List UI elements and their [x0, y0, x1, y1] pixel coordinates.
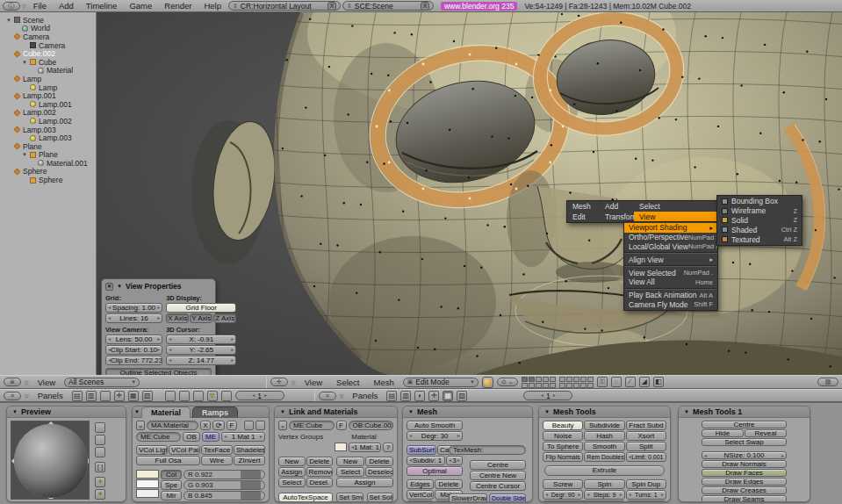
diffuse-color-swatch[interactable] [136, 470, 159, 479]
layer-toggle[interactable] [559, 383, 565, 388]
y-axis-toggle[interactable]: Y Axis [190, 313, 212, 323]
vcol-light-toggle[interactable]: VCol Light [136, 445, 168, 455]
material-color-swatch[interactable] [335, 443, 347, 451]
outliner-row[interactable]: Sphere [3, 168, 96, 176]
select-swap-button[interactable]: Select Swap [702, 438, 787, 446]
outliner-row[interactable]: Lamp.002 [3, 109, 96, 118]
select-menu[interactable]: Select [331, 378, 364, 387]
preview-clip-button[interactable]: [ ] [95, 462, 105, 472]
layer-toggle[interactable] [550, 377, 556, 382]
mir-toggle[interactable]: Mir [161, 491, 182, 500]
outliner-row[interactable]: Lamp [3, 83, 96, 92]
shading-context-button[interactable]: ◐ [414, 391, 425, 401]
edges-delete-button[interactable]: Delete [435, 479, 463, 489]
x-axis-toggle[interactable]: X Axis [166, 313, 189, 323]
layer-toggle[interactable] [543, 377, 549, 382]
draw-edges-toggle[interactable]: Draw Edges [702, 478, 787, 486]
menu-help[interactable]: Help [198, 1, 227, 11]
rem-doubles-button[interactable]: Rem Doubles [584, 452, 624, 462]
col-toggle[interactable]: Col [161, 470, 182, 479]
frame-number-field-left[interactable]: 1 [235, 391, 284, 400]
submenu-item-bounding-box[interactable]: Bounding Box [717, 197, 802, 206]
me-toggle[interactable]: ME [202, 432, 219, 442]
scene-close-button[interactable]: X [421, 2, 429, 11]
outliner-row[interactable]: Lamp.003 [3, 133, 96, 142]
layer-toggle[interactable] [536, 383, 542, 388]
clip-start-field[interactable]: Clip Start: 0.10 [105, 345, 162, 355]
collapse-triangle-icon[interactable]: ▼ [544, 409, 550, 414]
degr-field[interactable]: Degr: 30 [407, 431, 463, 441]
set-solid-button[interactable]: Set Solid [367, 493, 394, 502]
outliner-view-menu[interactable]: View [32, 378, 61, 387]
layer-toggle[interactable] [529, 383, 535, 388]
collapse-arrow-icon[interactable]: ▽ [25, 379, 29, 385]
layer-toggle[interactable] [529, 377, 535, 382]
collapse-arrow-icon[interactable]: ▽ [291, 379, 296, 385]
material-deselect-button[interactable]: Deselect [365, 467, 393, 477]
xsort-button[interactable]: Xsort [626, 431, 666, 441]
menu-item-view-all[interactable]: View AllHome [624, 277, 717, 287]
spin-button[interactable]: Spin [584, 479, 624, 489]
ctx-edit-menu[interactable]: Edit [567, 212, 600, 222]
green-slider[interactable]: G 0.903 [184, 480, 265, 490]
outliner-row[interactable]: Camera [3, 32, 96, 41]
submenu-item-shaded[interactable]: ShadedCtrl Z [717, 225, 802, 234]
set-smooth-button[interactable]: Set Smooth [336, 493, 363, 502]
preview-lamp1-button[interactable]: ☀ [95, 477, 105, 487]
layer-toggle[interactable] [587, 383, 594, 388]
draw-normals-toggle[interactable]: Draw Normals [702, 460, 787, 468]
texture-buttons-icon[interactable] [193, 391, 204, 401]
submenu-item-wireframe[interactable]: WireframeZ [717, 206, 802, 216]
material-name-field[interactable]: MA:Material [147, 421, 198, 430]
layer-toggle[interactable] [522, 383, 528, 388]
collapse-arrow-icon[interactable]: ▽ [22, 3, 26, 9]
grid-lines-field[interactable]: Lines: 16 [105, 313, 162, 323]
lock-view-button[interactable]: ⚿ [597, 377, 608, 387]
panels-menu-left[interactable]: Panels [32, 391, 68, 400]
outliner-row[interactable]: ▼Cube [3, 58, 96, 67]
collapse-triangle-icon[interactable]: ▼ [117, 284, 122, 289]
material-assign-button[interactable]: Assign [336, 478, 393, 487]
centre-button[interactable]: Centre [702, 421, 787, 428]
outliner-row[interactable]: ▼Plane [3, 151, 96, 160]
slower-draw-button[interactable]: SlowerDraw [449, 493, 487, 502]
material-browse-button[interactable]: ⌄ [136, 421, 145, 430]
object-context-button[interactable]: ✛ [428, 391, 439, 401]
material-delete-button[interactable]: X [200, 421, 211, 430]
clockwise-toggle[interactable]: Clockwise [626, 500, 666, 502]
vgroup-new-button[interactable]: New [278, 457, 306, 466]
fract-subd-button[interactable]: Fract Subd [626, 421, 666, 430]
draw-seams-toggle[interactable]: Draw Seams [702, 495, 787, 502]
menu-item-align-view[interactable]: Align View▸ [624, 255, 717, 264]
blue-slider[interactable]: B 0.845 [184, 491, 265, 500]
material-fake-user-button[interactable]: F [227, 421, 237, 430]
face-select-button[interactable]: ◢ [639, 377, 650, 387]
menu-item-view-selected[interactable]: View SelectedNumPad . [624, 268, 717, 277]
outliner-window-type-button[interactable]: ≣ [4, 378, 21, 386]
submenu-item-textured[interactable]: TexturedAlt Z [717, 234, 802, 244]
blender-org-link[interactable]: www.blender.org 235 [441, 2, 517, 11]
keep-original-toggle[interactable]: Keep Original [543, 500, 625, 502]
script-context-button[interactable]: ▥ [86, 391, 97, 401]
logic-context-button[interactable]: ▤ [72, 391, 83, 401]
script-context-button[interactable]: ▥ [400, 391, 411, 401]
outliner-row[interactable]: Lamp.003 [3, 126, 96, 134]
outliner-row[interactable]: Lamp.001 [3, 91, 96, 100]
ctx-mesh-menu[interactable]: Mesh [567, 201, 600, 212]
layer-toggle[interactable] [536, 377, 542, 382]
turns-field[interactable]: Turns: 1 [626, 490, 666, 500]
full-osa-toggle[interactable]: Full Osa [136, 456, 200, 465]
vgroup-assign-button[interactable]: Assign [278, 467, 306, 477]
snap-button[interactable]: ∕ [625, 377, 636, 387]
scene-context-button[interactable]: ▧ [142, 391, 153, 401]
layer-toggle[interactable] [580, 377, 587, 382]
render-preview-button[interactable]: ▨ [817, 378, 838, 386]
menu-file[interactable]: File [28, 1, 52, 11]
material-index-field[interactable]: 1 Mat: 1 [349, 443, 381, 452]
subsurf-toggle[interactable]: SubSurf [407, 445, 436, 455]
specular-color-swatch[interactable] [136, 479, 159, 488]
expand-arrow-icon[interactable]: ▼ [22, 60, 27, 65]
layer-toggle[interactable] [566, 377, 572, 382]
outliner-row-selected[interactable]: Cube.002 [3, 49, 96, 58]
limit-field[interactable]: Limit: 0.001 [626, 452, 666, 462]
